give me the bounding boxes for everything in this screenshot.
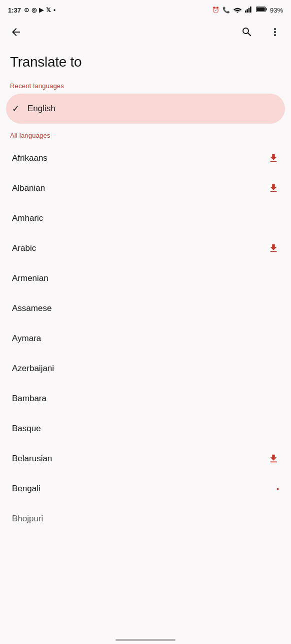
language-item-bambara[interactable]: Bambara [6,384,285,414]
language-item-arabic[interactable]: Arabic [6,233,285,263]
all-languages-header: All languages [0,124,291,143]
language-name-arabic: Arabic [12,243,36,253]
dot-icon: • [54,7,56,14]
status-right-icons: ⏰ 📞 93% [212,6,283,15]
signal-icon [245,6,253,15]
more-button[interactable] [265,22,285,42]
instagram-icon: ⊙ [24,7,29,14]
home-indicator [116,639,176,641]
call-icon: 📞 [222,7,230,14]
recent-languages-list: ✓ English [0,94,291,124]
battery-percent: 93% [270,7,283,14]
page-title: Translate to [10,54,281,70]
battery-icon [256,6,267,14]
language-item-aymara[interactable]: Aymara [6,324,285,354]
svg-rect-1 [246,9,248,13]
language-name-amharic: Amharic [12,213,43,223]
recent-languages-header: Recent languages [0,74,291,94]
language-item-basque[interactable]: Basque [6,414,285,444]
language-name-afrikaans: Afrikaans [12,153,48,163]
language-name-english: English [28,104,56,114]
language-item-bhojpuri[interactable]: Bhojpuri [6,504,285,534]
checkmark-icon: ✓ [12,103,20,114]
language-item-albanian[interactable]: Albanian [6,173,285,203]
bottom-bar [0,635,291,644]
svg-rect-3 [250,7,252,13]
indicator-dot-bengali: ▪ [276,485,279,493]
twitter-icon: 𝕏 [46,7,51,14]
language-name-azerbaijani: Azerbaijani [12,364,54,374]
status-bar: 1:37 ⊙ ◎ ▶ 𝕏 • ⏰ 📞 [0,0,291,18]
language-name-bhojpuri: Bhojpuri [12,514,43,524]
toolbar-left [6,22,26,42]
alarm-icon: ⏰ [212,7,220,14]
svg-rect-6 [256,8,265,11]
language-item-belarusian[interactable]: Belarusian [6,444,285,474]
language-name-basque: Basque [12,424,41,434]
toolbar [0,18,291,46]
language-item-azerbaijani[interactable]: Azerbaijani [6,354,285,384]
language-name-aymara: Aymara [12,334,41,344]
download-icon-afrikaans[interactable] [268,153,279,164]
instagram2-icon: ◎ [32,7,36,14]
svg-rect-5 [266,8,267,11]
all-languages-list: Afrikaans Albanian Amharic Arabic Armeni… [0,143,291,534]
language-name-belarusian: Belarusian [12,454,52,464]
language-name-assamese: Assamese [12,303,52,313]
language-name-bambara: Bambara [12,394,46,404]
language-name-armenian: Armenian [12,273,48,283]
language-name-bengali: Bengali [12,484,40,494]
download-icon-arabic[interactable] [268,243,279,254]
language-item-bengali[interactable]: Bengali ▪ [6,474,285,504]
download-icon-belarusian[interactable] [268,453,279,464]
download-icon-albanian[interactable] [268,183,279,194]
language-name-albanian: Albanian [12,183,45,193]
toolbar-right [237,22,285,42]
svg-rect-2 [248,8,250,12]
youtube-icon: ▶ [39,7,44,14]
wifi-icon [233,6,242,15]
language-item-afrikaans[interactable]: Afrikaans [6,143,285,173]
svg-rect-0 [245,11,246,13]
search-button[interactable] [237,22,257,42]
language-item-assamese[interactable]: Assamese [6,293,285,324]
language-item-armenian[interactable]: Armenian [6,263,285,293]
page-title-area: Translate to [0,46,291,74]
language-item-english[interactable]: ✓ English [6,94,285,124]
language-item-amharic[interactable]: Amharic [6,203,285,233]
status-time: 1:37 ⊙ ◎ ▶ 𝕏 • [8,7,56,14]
notification-icons: ⊙ ◎ ▶ 𝕏 • [24,7,56,14]
back-button[interactable] [6,22,26,42]
